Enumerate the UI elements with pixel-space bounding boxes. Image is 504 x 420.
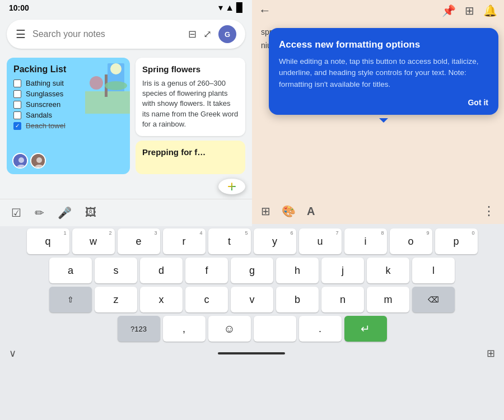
- notification-icon[interactable]: 🔔: [483, 4, 497, 17]
- enter-key[interactable]: ↵: [344, 316, 387, 342]
- key-e[interactable]: e3: [118, 228, 160, 254]
- checkbox-1[interactable]: [13, 80, 21, 87]
- text-format-icon[interactable]: A: [307, 205, 315, 218]
- key-o[interactable]: o9: [390, 228, 432, 254]
- status-time: 10:00: [9, 3, 29, 12]
- checkbox-3[interactable]: [13, 101, 21, 109]
- check-label-1: Bathing suit: [26, 79, 64, 87]
- mic-icon[interactable]: 🎤: [58, 206, 72, 220]
- more-options-icon[interactable]: ⋮: [483, 204, 495, 218]
- key-i[interactable]: i8: [344, 228, 387, 254]
- card-prepping[interactable]: Prepping for f…: [136, 141, 245, 174]
- beach-illustration: [85, 58, 130, 114]
- palette-icon[interactable]: 🎨: [282, 204, 296, 218]
- key-n[interactable]: n: [321, 287, 364, 312]
- svg-point-4: [105, 81, 127, 90]
- key-b[interactable]: b: [276, 287, 319, 312]
- keyboard-bottom-row: ∨ ⊞: [2, 345, 502, 362]
- right-top-icons: 📌 ⊞ 🔔: [442, 4, 497, 17]
- svg-point-5: [90, 76, 103, 90]
- key-y[interactable]: y6: [254, 228, 296, 254]
- shift-key[interactable]: ⇧: [49, 287, 92, 312]
- avatar-1: [12, 153, 28, 169]
- key-v[interactable]: v: [231, 287, 273, 312]
- key-z[interactable]: z: [95, 287, 137, 312]
- key-x[interactable]: x: [140, 287, 183, 312]
- wifi-icon: ▾: [218, 2, 223, 13]
- card-prepping-title: Prepping for f…: [142, 147, 206, 157]
- key-row-2: a s d f g h j k l: [2, 258, 502, 283]
- checkbox-4[interactable]: [13, 111, 21, 119]
- key-c[interactable]: c: [185, 287, 228, 312]
- key-t[interactable]: t5: [208, 228, 251, 254]
- num-switch-key[interactable]: ?123: [118, 316, 160, 342]
- avatar[interactable]: G: [218, 25, 236, 43]
- key-m[interactable]: m: [367, 287, 409, 312]
- checkbox-2[interactable]: [13, 90, 21, 98]
- key-p[interactable]: p0: [435, 228, 478, 254]
- fab-plus-icon: +: [227, 179, 236, 194]
- key-row-4: ?123 , ☺ . ↵: [2, 316, 502, 342]
- add-item-icon[interactable]: ⊞: [261, 204, 270, 218]
- keyboard: q1 w2 e3 r4 t5 y6 u7 i8 o9 p0 a s d f g …: [0, 224, 504, 420]
- key-g[interactable]: g: [231, 258, 273, 283]
- key-row-3: ⇧ z x c v b n m ⌫: [2, 287, 502, 312]
- right-bottom-bar: ⊞ 🎨 A ⋮: [252, 198, 504, 224]
- key-k[interactable]: k: [367, 258, 409, 283]
- pin-icon[interactable]: 📌: [442, 4, 456, 17]
- image-icon[interactable]: 🖼: [85, 206, 96, 219]
- search-bar[interactable]: ☰ ⊟ ⤢ G: [7, 20, 245, 49]
- card-avatars: [12, 153, 46, 169]
- layout-toggle-icon[interactable]: ⊟: [188, 28, 197, 40]
- check-item-5[interactable]: ✓ Beach towel: [13, 122, 123, 130]
- key-f[interactable]: f: [185, 258, 228, 283]
- key-s[interactable]: s: [95, 258, 137, 283]
- notes-grid: Packing List Bathing suit Sunglasses Sun…: [0, 53, 252, 179]
- key-row-1: q1 w2 e3 r4 t5 y6 u7 i8 o9 p0: [2, 228, 502, 254]
- tooltip-title: Access new formatting options: [279, 39, 488, 50]
- status-bar: 10:00 ▾ ▲ ▉: [0, 0, 252, 15]
- key-q[interactable]: q1: [27, 228, 69, 254]
- edit-icon[interactable]: ✏: [35, 206, 44, 220]
- right-panel: ← 📌 ⊞ 🔔 Access new formatting options Wh…: [252, 0, 504, 224]
- expand-icon[interactable]: ⤢: [203, 28, 212, 40]
- archive-icon[interactable]: ⊞: [465, 4, 474, 17]
- key-a[interactable]: a: [49, 258, 92, 283]
- battery-icon: ▉: [236, 2, 243, 13]
- period-key[interactable]: .: [299, 316, 342, 342]
- fab-add-button[interactable]: +: [218, 179, 245, 194]
- back-icon[interactable]: ←: [259, 3, 271, 18]
- card-packing[interactable]: Packing List Bathing suit Sunglasses Sun…: [7, 58, 130, 174]
- checklist-icon[interactable]: ☑: [11, 206, 21, 220]
- key-d[interactable]: d: [140, 258, 183, 283]
- key-j[interactable]: j: [321, 258, 364, 283]
- card-spring[interactable]: Spring flowers Iris is a genus of 260–30…: [136, 58, 245, 136]
- avatar-2: [30, 153, 46, 169]
- home-bar: [218, 352, 285, 354]
- svg-point-10: [36, 157, 42, 163]
- status-icons: ▾ ▲ ▉: [218, 2, 243, 13]
- emoji-key[interactable]: ☺: [208, 316, 251, 342]
- search-input[interactable]: [32, 29, 181, 39]
- comma-key[interactable]: ,: [163, 316, 206, 342]
- right-top-bar: ← 📌 ⊞ 🔔: [252, 0, 504, 21]
- space-key[interactable]: [254, 316, 296, 342]
- menu-icon[interactable]: ☰: [16, 27, 26, 41]
- bottom-toolbar: ☑ ✏ 🎤 🖼: [0, 199, 252, 226]
- keyboard-switch-icon[interactable]: ⊞: [487, 347, 495, 360]
- backspace-key[interactable]: ⌫: [412, 287, 455, 312]
- got-it-button[interactable]: Got it: [279, 98, 488, 107]
- key-h[interactable]: h: [276, 258, 319, 283]
- checkbox-5[interactable]: ✓: [13, 122, 21, 130]
- check-label-5: Beach towel: [26, 122, 66, 130]
- keyboard-collapse-icon[interactable]: ∨: [9, 347, 16, 360]
- right-cards-col: Spring flowers Iris is a genus of 260–30…: [136, 58, 245, 174]
- check-label-3: Sunscreen: [26, 100, 60, 109]
- key-r[interactable]: r4: [163, 228, 206, 254]
- svg-point-7: [18, 157, 24, 163]
- key-u[interactable]: u7: [299, 228, 342, 254]
- key-l[interactable]: l: [412, 258, 455, 283]
- key-w[interactable]: w2: [72, 228, 115, 254]
- card-spring-text: Iris is a genus of 260–300 species of fl…: [142, 78, 239, 129]
- check-label-4: Sandals: [26, 111, 52, 119]
